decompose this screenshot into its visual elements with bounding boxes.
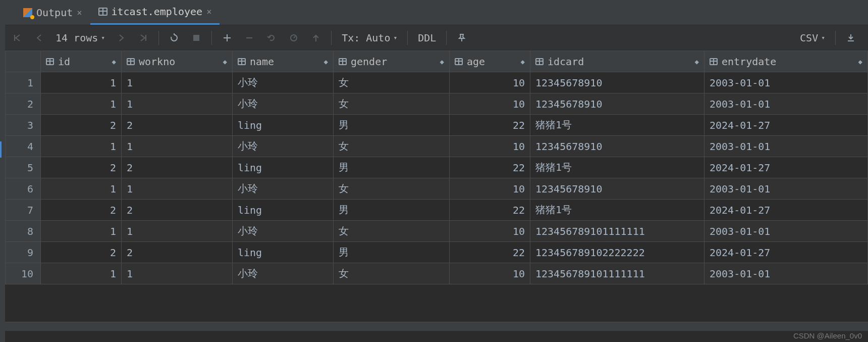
- row-number[interactable]: 9: [6, 242, 41, 263]
- table-row[interactable]: 722ling男22猪猪1号2024-01-27: [6, 200, 868, 221]
- first-page-button[interactable]: [7, 28, 27, 48]
- last-page-button[interactable]: [133, 28, 153, 48]
- cell-idcard[interactable]: 猪猪1号: [530, 115, 704, 136]
- sort-icon[interactable]: ◆: [112, 58, 116, 66]
- cell-gender[interactable]: 女: [334, 93, 450, 115]
- close-icon[interactable]: ×: [206, 7, 211, 17]
- submit-button[interactable]: [306, 28, 326, 48]
- cell-workno[interactable]: 1: [122, 72, 233, 93]
- add-row-button[interactable]: [217, 28, 237, 48]
- cell-workno[interactable]: 2: [122, 157, 233, 178]
- cell-id[interactable]: 1: [41, 93, 122, 115]
- sort-icon[interactable]: ◆: [223, 58, 227, 66]
- cell-name[interactable]: 小玲: [233, 93, 334, 115]
- column-header-entrydate[interactable]: entrydate◆: [704, 51, 868, 72]
- column-header-age[interactable]: age◆: [450, 51, 530, 72]
- cell-id[interactable]: 2: [41, 157, 122, 178]
- column-header-name[interactable]: name◆: [233, 51, 334, 72]
- sort-icon[interactable]: ◆: [695, 58, 699, 66]
- cell-idcard[interactable]: 12345678910: [530, 93, 704, 115]
- cell-id[interactable]: 2: [41, 115, 122, 136]
- cell-id[interactable]: 1: [41, 263, 122, 284]
- cell-entrydate[interactable]: 2003-01-01: [704, 136, 868, 157]
- cell-age[interactable]: 22: [450, 200, 530, 221]
- row-number[interactable]: 7: [6, 200, 41, 221]
- cell-id[interactable]: 1: [41, 72, 122, 93]
- revert-button[interactable]: [261, 28, 282, 48]
- table-row[interactable]: 111小玲女10123456789102003-01-01: [6, 72, 868, 93]
- cell-age[interactable]: 10: [450, 93, 530, 115]
- column-header-workno[interactable]: workno◆: [122, 51, 233, 72]
- row-number[interactable]: 8: [6, 221, 41, 242]
- cell-idcard[interactable]: 123456789102222222: [530, 242, 704, 263]
- download-button[interactable]: [841, 28, 861, 48]
- column-header-idcard[interactable]: idcard◆: [530, 51, 704, 72]
- table-row[interactable]: 611小玲女10123456789102003-01-01: [6, 178, 868, 200]
- tx-mode-dropdown[interactable]: Tx: Auto ▾: [337, 32, 402, 44]
- row-number[interactable]: 2: [6, 93, 41, 115]
- cell-workno[interactable]: 1: [122, 178, 233, 200]
- refresh-button[interactable]: [164, 28, 184, 48]
- cell-entrydate[interactable]: 2003-01-01: [704, 93, 868, 115]
- cell-entrydate[interactable]: 2024-01-27: [704, 157, 868, 178]
- cell-gender[interactable]: 男: [334, 115, 450, 136]
- cell-workno[interactable]: 1: [122, 263, 233, 284]
- row-number[interactable]: 4: [6, 136, 41, 157]
- cell-name[interactable]: ling: [233, 200, 334, 221]
- cell-name[interactable]: ling: [233, 157, 334, 178]
- cell-id[interactable]: 2: [41, 242, 122, 263]
- cell-name[interactable]: 小玲: [233, 221, 334, 242]
- cell-age[interactable]: 22: [450, 157, 530, 178]
- cell-workno[interactable]: 2: [122, 115, 233, 136]
- cell-idcard[interactable]: 12345678910: [530, 72, 704, 93]
- table-row[interactable]: 411小玲女10123456789102003-01-01: [6, 136, 868, 157]
- tab-output[interactable]: Output×: [15, 0, 90, 25]
- cell-name[interactable]: ling: [233, 242, 334, 263]
- sort-icon[interactable]: ◆: [858, 58, 862, 66]
- cell-name[interactable]: 小玲: [233, 178, 334, 200]
- cell-age[interactable]: 10: [450, 136, 530, 157]
- cell-entrydate[interactable]: 2024-01-27: [704, 242, 868, 263]
- cell-idcard[interactable]: 12345678910: [530, 136, 704, 157]
- cell-gender[interactable]: 女: [334, 136, 450, 157]
- table-row[interactable]: 1011小玲女101234567891011111112003-01-01: [6, 263, 868, 284]
- cell-workno[interactable]: 2: [122, 242, 233, 263]
- cell-gender[interactable]: 女: [334, 178, 450, 200]
- cell-age[interactable]: 10: [450, 263, 530, 284]
- preview-button[interactable]: [284, 28, 304, 48]
- cell-id[interactable]: 2: [41, 200, 122, 221]
- cell-idcard[interactable]: 12345678910: [530, 178, 704, 200]
- cell-entrydate[interactable]: 2024-01-27: [704, 200, 868, 221]
- export-format-dropdown[interactable]: CSV ▾: [795, 32, 830, 44]
- row-number[interactable]: 1: [6, 72, 41, 93]
- close-icon[interactable]: ×: [77, 8, 82, 18]
- cell-age[interactable]: 22: [450, 242, 530, 263]
- row-count-dropdown[interactable]: 14 rows ▾: [51, 32, 109, 44]
- cell-entrydate[interactable]: 2024-01-27: [704, 115, 868, 136]
- table-row[interactable]: 922ling男221234567891022222222024-01-27: [6, 242, 868, 263]
- cell-name[interactable]: 小玲: [233, 72, 334, 93]
- cell-name[interactable]: 小玲: [233, 136, 334, 157]
- column-header-gender[interactable]: gender◆: [334, 51, 450, 72]
- cell-age[interactable]: 10: [450, 221, 530, 242]
- cell-name[interactable]: ling: [233, 115, 334, 136]
- cell-idcard[interactable]: 猪猪1号: [530, 200, 704, 221]
- cell-gender[interactable]: 男: [334, 242, 450, 263]
- cell-age[interactable]: 22: [450, 115, 530, 136]
- cell-idcard[interactable]: 123456789101111111: [530, 221, 704, 242]
- cell-age[interactable]: 10: [450, 178, 530, 200]
- pin-button[interactable]: [452, 28, 472, 48]
- cell-idcard[interactable]: 123456789101111111: [530, 263, 704, 284]
- tab-itcast-employee[interactable]: itcast.employee×: [90, 0, 220, 25]
- table-row[interactable]: 522ling男22猪猪1号2024-01-27: [6, 157, 868, 178]
- row-number[interactable]: 5: [6, 157, 41, 178]
- cell-id[interactable]: 1: [41, 136, 122, 157]
- table-row[interactable]: 811小玲女101234567891011111112003-01-01: [6, 221, 868, 242]
- cell-id[interactable]: 1: [41, 178, 122, 200]
- row-number[interactable]: 6: [6, 178, 41, 200]
- cell-age[interactable]: 10: [450, 72, 530, 93]
- table-row[interactable]: 211小玲女10123456789102003-01-01: [6, 93, 868, 115]
- ddl-button[interactable]: DDL: [413, 32, 441, 44]
- cell-workno[interactable]: 1: [122, 221, 233, 242]
- cell-id[interactable]: 1: [41, 221, 122, 242]
